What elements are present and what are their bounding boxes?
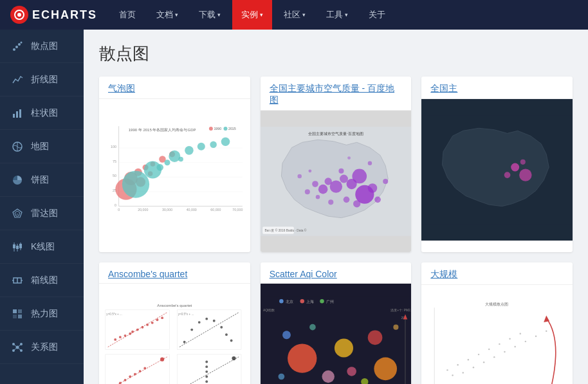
card-partial-1-title[interactable]: 全国主 [421, 77, 573, 99]
svg-point-194 [493, 356, 495, 358]
svg-rect-123 [177, 310, 241, 349]
svg-point-89 [367, 183, 377, 193]
svg-point-114 [124, 334, 127, 337]
svg-marker-13 [16, 214, 19, 215]
card-anscombe-title[interactable]: Anscombe's quartet [99, 262, 250, 284]
svg-text:Bai○度 © 2016 Baidu · Data ©: Bai○度 © 2016 Baidu · Data © [264, 228, 306, 232]
svg-rect-144 [177, 354, 241, 384]
svg-point-147 [205, 380, 208, 383]
svg-text:广州: 广州 [326, 299, 334, 304]
svg-point-168 [282, 331, 291, 339]
anscombe-svg: Anscombe's quartet y=0.5*x + ... [103, 288, 246, 384]
svg-text:1990: 1990 [214, 127, 221, 131]
svg-point-75 [164, 160, 170, 165]
sidebar-item-scatter[interactable]: 散点图 [0, 30, 84, 63]
svg-point-185 [478, 354, 479, 355]
svg-point-165 [367, 330, 382, 345]
svg-point-164 [335, 338, 353, 357]
svg-point-2 [13, 48, 15, 51]
line-icon [10, 73, 24, 87]
chart-grid-row2: Anscombe's quartet Anscombe's quartet y=… [99, 262, 573, 384]
nav-item-docs[interactable]: 文档▾ [147, 0, 187, 30]
svg-point-126 [183, 341, 186, 343]
svg-point-132 [225, 333, 228, 336]
svg-rect-134 [106, 354, 170, 384]
svg-line-36 [17, 347, 21, 351]
sidebar-item-pie[interactable]: 饼图 [0, 163, 84, 197]
svg-rect-6 [13, 114, 15, 118]
svg-point-122 [161, 316, 163, 319]
candlestick-icon [10, 240, 24, 254]
svg-rect-19 [19, 244, 22, 248]
card-map-title[interactable]: 全国主要城市空气质量 - 百度地图 [261, 77, 412, 111]
svg-text:北京: 北京 [285, 299, 293, 304]
svg-point-133 [230, 340, 233, 342]
svg-point-95 [383, 179, 388, 184]
card-anscombe[interactable]: Anscombe's quartet Anscombe's quartet y=… [99, 262, 250, 384]
bar-icon [10, 106, 24, 120]
card-partial-1[interactable]: 全国主 [421, 77, 573, 252]
svg-point-85 [312, 181, 318, 187]
svg-point-98 [347, 156, 351, 160]
card-largescale-link[interactable]: 大规模 [430, 269, 457, 279]
sidebar-item-heatmap[interactable]: 热力图 [0, 297, 84, 331]
svg-point-72 [198, 143, 205, 151]
sidebar-label-heatmap: 热力图 [31, 308, 58, 320]
card-bubble-title[interactable]: 气泡图 [99, 77, 250, 99]
svg-point-142 [143, 367, 146, 370]
svg-point-4 [18, 43, 21, 46]
card-aqi-title[interactable]: Scatter Aqi Color [261, 262, 412, 284]
svg-point-77 [156, 164, 163, 171]
svg-point-198 [535, 336, 537, 337]
sidebar-item-graph[interactable]: 关系图 [0, 331, 84, 364]
svg-text:上海: 上海 [306, 300, 314, 304]
svg-point-107 [520, 160, 526, 165]
radar-icon [10, 206, 24, 221]
svg-point-117 [136, 329, 139, 331]
svg-point-191 [463, 372, 464, 373]
svg-point-150 [205, 365, 208, 368]
card-aqi[interactable]: Scatter Aqi Color 北京 上海 广州 AQI指数 温度+十: P… [261, 262, 412, 384]
nav-item-home[interactable]: 首页 [110, 0, 145, 30]
card-partial-1-link[interactable]: 全国主 [430, 83, 457, 93]
card-bubble[interactable]: 气泡图 0 25 50 75 100 0 20,000 30,000 [99, 77, 250, 252]
svg-point-143 [160, 358, 164, 361]
map-svg: 全国主要城市空气质量·百度地图 Bai○度 © 2016 Baidu · Dat… [261, 111, 412, 252]
svg-point-148 [205, 376, 208, 378]
svg-point-81 [340, 174, 348, 183]
svg-point-169 [309, 324, 316, 331]
svg-text:60,000: 60,000 [210, 208, 221, 212]
sidebar-item-map[interactable]: 地图 [0, 130, 84, 163]
svg-point-96 [297, 174, 301, 178]
svg-text:y=0.5*x + ...: y=0.5*x + ... [178, 313, 194, 316]
sidebar-item-bar[interactable]: 柱状图 [0, 96, 84, 130]
graph-icon [10, 340, 24, 354]
svg-text:大规模散点图: 大规模散点图 [486, 302, 509, 306]
svg-point-112 [114, 338, 116, 341]
svg-rect-26 [13, 315, 17, 318]
svg-point-129 [205, 318, 208, 320]
nav-menu: 首页 文档▾ 下载▾ 实例▾ 社区▾ 工具▾ 关于 [110, 0, 394, 30]
nav-item-tools[interactable]: 工具▾ [317, 0, 357, 30]
svg-point-71 [185, 146, 194, 155]
svg-rect-17 [16, 246, 19, 249]
svg-text:20,000: 20,000 [138, 208, 148, 212]
sidebar-item-radar[interactable]: 雷达图 [0, 197, 84, 230]
nav-item-examples[interactable]: 实例▾ [232, 0, 272, 30]
svg-point-130 [213, 320, 216, 322]
sidebar-item-line[interactable]: 折线图 [0, 63, 84, 96]
card-map-baidu[interactable]: 全国主要城市空气质量 - 百度地图 [261, 77, 412, 252]
svg-point-1 [17, 13, 21, 17]
nav-item-about[interactable]: 关于 [360, 0, 394, 30]
nav-item-community[interactable]: 社区▾ [275, 0, 315, 30]
nav-item-download[interactable]: 下载▾ [190, 0, 230, 30]
svg-point-197 [525, 341, 526, 342]
svg-point-106 [504, 172, 511, 178]
card-largescale[interactable]: 大规模 大规模散点图 [421, 262, 573, 384]
svg-point-5 [21, 41, 23, 43]
sidebar-item-boxplot[interactable]: 箱线图 [0, 264, 84, 297]
card-largescale-title[interactable]: 大规模 [421, 262, 573, 285]
logo[interactable]: ECHARTS [10, 6, 97, 24]
sidebar-item-candlestick[interactable]: K线图 [0, 230, 84, 264]
card-partial-1-body [421, 99, 573, 241]
